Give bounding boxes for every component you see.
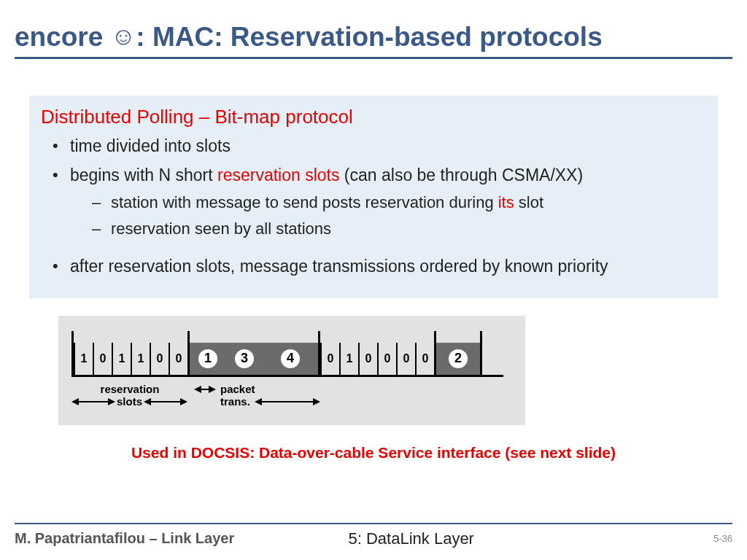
- box-heading: Distributed Polling – Bit-map protocol: [41, 106, 706, 128]
- reservation-slot: 0: [415, 343, 434, 375]
- footer-author: M. Papatriantafilou – Link Layer: [15, 530, 234, 547]
- bullet-list: time divided into slots begins with N sh…: [41, 136, 706, 278]
- docsis-note: Used in DOCSIS: Data-over-cable Service …: [15, 444, 732, 462]
- label-group: packet trans.: [194, 383, 333, 408]
- footer-page: 5-36: [713, 533, 732, 544]
- reservation-slot: 1: [339, 343, 358, 375]
- bullet-item: begins with N short reservation slots (c…: [48, 165, 706, 240]
- bitmap-diagram: 1 0 1 1 0 0 1 3 4 0 1 0 0 0 0 2 reservat…: [58, 316, 525, 425]
- reservation-slot: 1: [74, 343, 93, 375]
- slide: encore ☺: MAC: Reservation-based protoco…: [0, 0, 747, 560]
- packet-block: 1: [190, 343, 226, 375]
- bullet-item: after reservation slots, message transmi…: [48, 256, 706, 278]
- reservation-slot: 0: [396, 343, 415, 375]
- sub-bullet-list: station with message to send posts reser…: [70, 192, 706, 240]
- reservation-slot: 0: [150, 343, 169, 375]
- label-group: reservation slots: [71, 383, 188, 408]
- slide-title: encore ☺: MAC: Reservation-based protoco…: [15, 22, 603, 52]
- sub-bullet-item: reservation seen by all stations: [92, 219, 706, 240]
- reservation-slot: 0: [93, 343, 112, 375]
- reservation-slot: 1: [131, 343, 150, 375]
- footer: M. Papatriantafilou – Link Layer 5: Data…: [15, 523, 732, 547]
- sub-bullet-item: station with message to send posts reser…: [92, 192, 706, 214]
- reservation-slot: 0: [169, 343, 187, 375]
- content-box: Distributed Polling – Bit-map protocol t…: [29, 96, 718, 298]
- packet-block: 4: [263, 343, 318, 375]
- diagram-row: 1 0 1 1 0 0 1 3 4 0 1 0 0 0 0 2: [71, 333, 503, 377]
- smiley-icon: ☺: [111, 22, 136, 50]
- packet-block: 3: [226, 343, 263, 375]
- title-prefix: encore: [15, 22, 111, 52]
- reservation-slot: 1: [112, 343, 131, 375]
- title-row: encore ☺: MAC: Reservation-based protoco…: [15, 22, 732, 59]
- packet-block: 2: [436, 343, 480, 375]
- bullet-item: time divided into slots: [48, 136, 706, 158]
- reservation-slot: 0: [320, 343, 339, 375]
- diagram-labels: reservation slots packet trans.: [71, 383, 503, 408]
- title-suffix: : MAC: Reservation-based protocols: [136, 22, 602, 52]
- arrow-icon: [194, 384, 216, 394]
- label-text: reservation: [101, 383, 160, 395]
- arrow-icon: [71, 397, 115, 407]
- major-tick: [480, 331, 482, 375]
- reservation-slot: 0: [358, 343, 377, 375]
- reservation-slot: 0: [377, 343, 396, 375]
- footer-chapter: 5: DataLink Layer: [349, 529, 474, 548]
- arrow-icon: [144, 397, 187, 407]
- arrow-icon: [255, 397, 320, 407]
